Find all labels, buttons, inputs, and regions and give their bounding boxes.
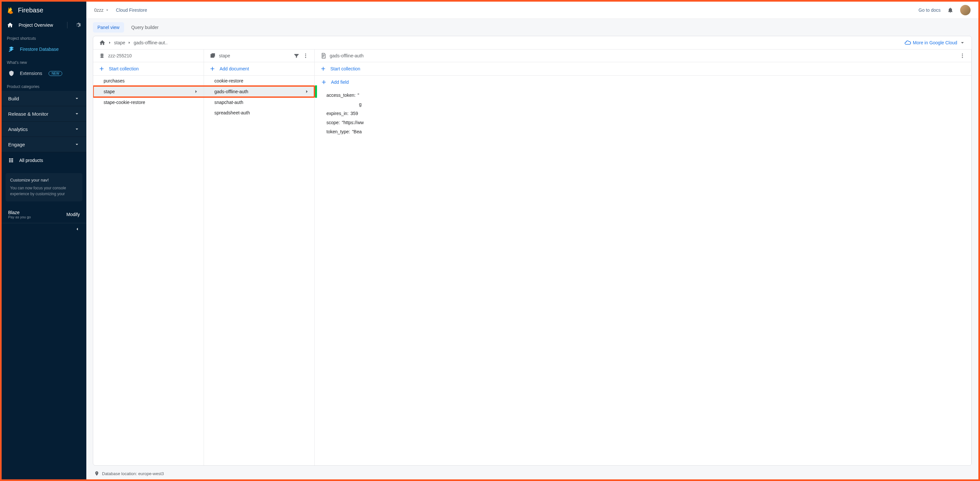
project-name: 0zzz [94,8,103,13]
svg-point-2 [305,57,306,58]
topbar-title: Cloud Firestore [116,8,147,13]
plus-icon [99,65,105,72]
divider [67,22,67,29]
project-overview-label: Project Overview [19,22,60,28]
column-header-document: gads-offline-auth [315,49,971,62]
category-build[interactable]: Build [2,91,86,106]
all-products-link[interactable]: All products [2,152,86,169]
cloud-icon [904,40,911,46]
notifications-icon[interactable] [947,7,954,13]
firebase-flame-icon [7,6,15,14]
svg-point-4 [962,56,963,56]
plus-icon [320,65,326,72]
all-products-label: All products [19,158,43,163]
list-item-label: gads-offline-auth [215,89,248,94]
category-label: Build [8,96,19,101]
list-item-label: snapchat-auth [215,100,243,105]
collection-column: zzz-255210 Start collection purchasessta… [93,49,204,465]
gear-icon[interactable] [75,22,81,29]
tab-query-builder[interactable]: Query builder [127,22,163,33]
filter-icon[interactable] [294,53,299,59]
list-item[interactable]: snapchat-auth [204,97,314,108]
plan-row: Blaze Pay as you go Modify [2,206,86,223]
add-field-button[interactable]: Add field [315,76,971,89]
home-icon [7,22,13,29]
list-item[interactable]: stape-cookie-restore [93,97,204,108]
document-icon [321,53,326,59]
document-name: gads-offline-auth [330,53,364,58]
topbar: 0zzz Cloud Firestore Go to docs [86,2,978,19]
promo-body: You can now focus your console experienc… [10,185,78,197]
add-document-button[interactable]: Add document [204,62,314,76]
more-in-google-cloud-link[interactable]: More in Google Cloud [904,40,966,46]
list-item-label: purchases [103,78,125,83]
plus-icon [321,79,327,85]
list-item[interactable]: cookie-restore [204,76,314,86]
home-icon[interactable] [99,40,105,46]
firestore-database-label: Firestore Database [20,46,59,52]
field-value: "Bea [352,129,362,134]
collection-icon [210,53,216,59]
database-location-label: Database location: europe-west3 [102,471,164,476]
svg-point-0 [305,53,306,54]
start-collection-button[interactable]: Start collection [93,62,204,76]
list-item[interactable]: gads-offline-auth [204,86,314,97]
field-row[interactable]: token_type: "Bea [315,127,971,136]
project-overview-row[interactable]: Project Overview [2,19,86,32]
field-value: 359 [350,111,358,116]
add-document-label: Add document [220,66,249,72]
collapse-sidebar-button[interactable] [2,223,86,235]
chevron-down-icon [959,40,966,46]
chevron-right-icon [108,40,112,45]
add-field-label: Add field [331,80,348,85]
list-item[interactable]: stape [93,86,204,97]
column-header-collection: stape [204,49,314,62]
start-collection-button[interactable]: Start collection [315,62,971,76]
field-value-continuation: g [315,100,971,109]
category-release-monitor[interactable]: Release & Monitor [2,106,86,121]
tabs: Panel view Query builder [86,19,978,36]
sidebar: Firebase Project Overview Project shortc… [2,2,86,479]
breadcrumb-collection[interactable]: stape [114,40,125,45]
firebase-logo-row[interactable]: Firebase [2,2,86,19]
more-vert-icon[interactable] [303,53,309,59]
field-row[interactable]: scope: "https://ww [315,118,971,127]
extensions-icon [8,70,15,76]
field-key: access_token: [326,92,356,98]
breadcrumb: stape gads-offline-aut.. More in Google … [93,36,972,49]
firestore-columns: zzz-255210 Start collection purchasessta… [93,49,972,465]
start-collection-label: Start collection [330,66,360,72]
category-engage[interactable]: Engage [2,137,86,152]
category-analytics[interactable]: Analytics [2,121,86,137]
more-vert-icon[interactable] [959,53,965,59]
breadcrumb-document[interactable]: gads-offline-aut.. [134,40,167,45]
chevron-down-icon [74,142,80,147]
field-row[interactable]: access_token: " [315,91,971,100]
chevron-down-icon [74,96,80,101]
document-column: stape Add document cookie-restoregads-of… [204,49,315,465]
field-key: expires_in: [326,111,348,116]
plan-name: Blaze [8,210,31,215]
green-indicator [315,85,317,98]
project-dropdown[interactable]: 0zzz [94,8,110,13]
sidebar-item-firestore-database[interactable]: Firestore Database [2,43,86,56]
avatar[interactable] [960,5,970,15]
footer: Database location: europe-west3 [86,468,978,479]
category-label: Analytics [8,126,28,132]
cloud-link-label: More in Google Cloud [913,40,957,45]
list-item[interactable]: purchases [93,76,204,86]
tab-panel-view[interactable]: Panel view [93,22,124,33]
chevron-down-icon [105,8,110,13]
modify-button[interactable]: Modify [67,212,80,217]
category-label: Release & Monitor [8,111,48,117]
fields-column: gads-offline-auth Start collection Add f… [315,49,972,465]
sidebar-item-extensions[interactable]: Extensions NEW [2,67,86,80]
column-header-root: zzz-255210 [93,49,204,62]
list-item[interactable]: spreadsheet-auth [204,108,314,118]
new-badge: NEW [49,71,62,76]
go-to-docs-link[interactable]: Go to docs [918,8,940,13]
firestore-panel: stape gads-offline-aut.. More in Google … [93,36,972,466]
plus-icon [209,65,216,72]
field-row[interactable]: expires_in: 359 [315,109,971,118]
database-icon [99,53,105,59]
